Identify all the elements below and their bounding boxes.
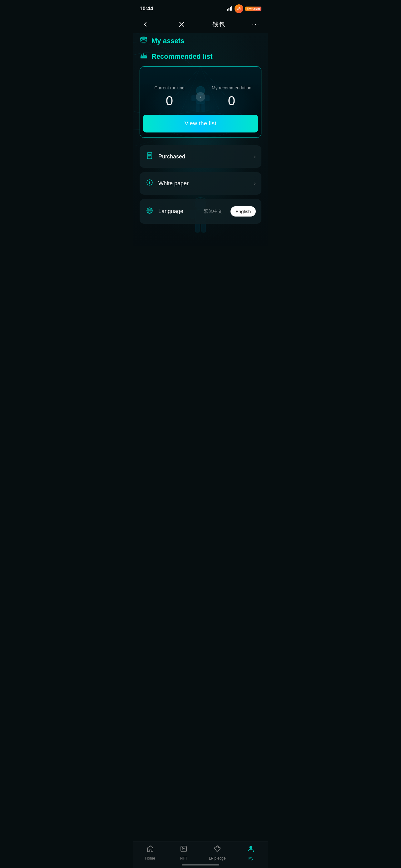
recommended-label: Recommended list — [140, 52, 261, 61]
status-time: 10:44 — [140, 6, 153, 12]
watermark-badge: kiym.com — [245, 6, 261, 11]
nav-lp-label: LP pledge — [209, 856, 226, 861]
nav-item-nft[interactable]: NFT — [167, 845, 201, 861]
recommended-card: Current ranking 0 › My recommendation 0 … — [140, 66, 261, 138]
signal-icon — [227, 6, 233, 11]
status-icons: 约 kiym.com — [227, 4, 261, 13]
svg-rect-0 — [227, 9, 228, 11]
current-ranking-value: 0 — [146, 93, 193, 108]
nav-home-label: Home — [145, 856, 155, 861]
my-assets-text: My assets — [152, 37, 184, 45]
globe-icon — [145, 207, 154, 216]
svg-rect-2 — [230, 7, 231, 11]
current-ranking-label: Current ranking — [146, 85, 193, 90]
close-button[interactable] — [176, 19, 188, 30]
svg-rect-1 — [229, 8, 230, 11]
info-icon — [145, 179, 154, 188]
purchased-chevron: › — [254, 153, 256, 160]
view-list-button[interactable]: View the list — [143, 115, 258, 132]
stack-icon — [140, 36, 148, 45]
nav-nft-label: NFT — [180, 856, 188, 861]
my-assets-label: My assets — [140, 36, 261, 45]
language-chinese[interactable]: 繁体中文 — [199, 206, 227, 217]
language-english[interactable]: English — [231, 206, 256, 217]
more-button[interactable]: ··· — [250, 19, 261, 30]
my-recommendation-label: My recommendation — [208, 85, 255, 90]
purchased-right: › — [254, 153, 256, 160]
white-paper-menu-item[interactable]: White paper › — [140, 172, 261, 195]
white-paper-label: White paper — [158, 180, 189, 187]
page-title: 钱包 — [212, 20, 225, 29]
purchased-left: Purchased — [145, 152, 185, 161]
person-icon — [247, 845, 255, 855]
purchased-menu-item[interactable]: Purchased › — [140, 145, 261, 168]
purchased-label: Purchased — [158, 153, 185, 160]
language-left: Language — [145, 207, 183, 216]
white-paper-left: White paper — [145, 179, 189, 188]
watermark-avatar: 约 — [235, 4, 243, 13]
language-label: Language — [158, 208, 183, 215]
card-stats: Current ranking 0 › My recommendation 0 — [140, 76, 261, 112]
nav-item-lp[interactable]: LP pledge — [201, 845, 234, 861]
document-icon — [145, 152, 154, 161]
more-icon: ··· — [252, 20, 260, 28]
my-recommendation-block: My recommendation 0 — [208, 85, 255, 108]
nav-item-home[interactable]: Home — [133, 845, 167, 861]
diamond-icon — [213, 845, 221, 855]
nav-item-my[interactable]: My — [234, 845, 268, 861]
main-content: My assets Recommended list — [133, 33, 268, 259]
current-ranking-block: Current ranking 0 — [146, 85, 193, 108]
my-assets-section: My assets — [140, 36, 261, 45]
language-options: 繁体中文 English — [199, 206, 256, 217]
nft-icon — [180, 845, 188, 855]
status-bar: 10:44 约 kiym.com — [133, 0, 268, 16]
svg-point-33 — [149, 181, 150, 182]
my-recommendation-value: 0 — [208, 93, 255, 108]
svg-rect-3 — [231, 6, 232, 11]
home-icon — [146, 845, 154, 855]
nav-my-label: My — [248, 856, 253, 861]
svg-point-41 — [249, 846, 252, 849]
language-menu-item[interactable]: Language 繁体中文 English — [140, 199, 261, 224]
nav-bar: 钱包 ··· — [133, 16, 268, 33]
white-paper-chevron: › — [254, 180, 256, 187]
back-button[interactable] — [140, 19, 151, 30]
white-paper-right: › — [254, 180, 256, 187]
svg-rect-14 — [140, 58, 147, 58]
next-arrow[interactable]: › — [196, 92, 205, 101]
crown-icon — [140, 52, 148, 61]
svg-point-40 — [182, 847, 183, 848]
home-indicator — [182, 864, 219, 866]
recommended-text: Recommended list — [152, 53, 213, 61]
